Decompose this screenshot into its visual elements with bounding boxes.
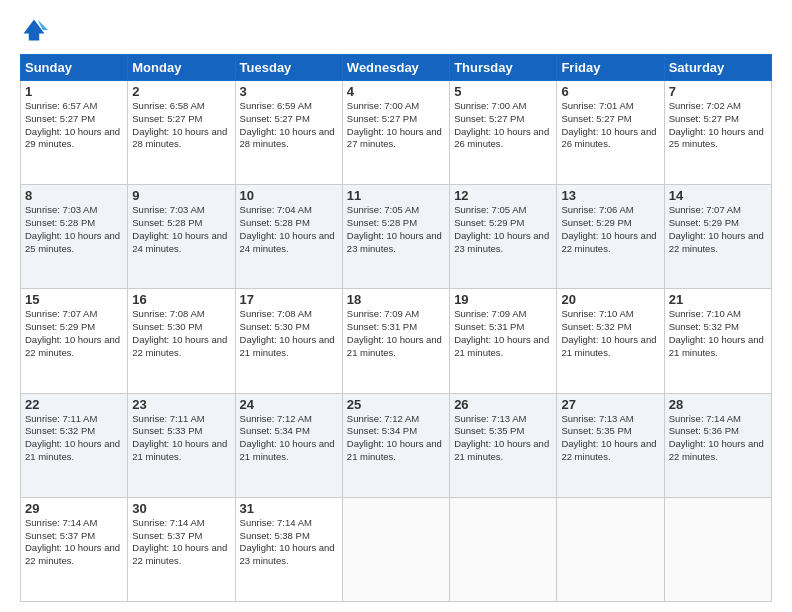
day-info: Sunrise: 7:10 AM Sunset: 5:32 PM Dayligh… bbox=[669, 308, 767, 359]
day-info: Sunrise: 7:06 AM Sunset: 5:29 PM Dayligh… bbox=[561, 204, 659, 255]
day-info: Sunrise: 7:09 AM Sunset: 5:31 PM Dayligh… bbox=[347, 308, 445, 359]
calendar-day-cell: 21 Sunrise: 7:10 AM Sunset: 5:32 PM Dayl… bbox=[664, 289, 771, 393]
calendar-day-cell: 3 Sunrise: 6:59 AM Sunset: 5:27 PM Dayli… bbox=[235, 81, 342, 185]
day-number: 31 bbox=[240, 501, 338, 516]
day-info: Sunrise: 7:13 AM Sunset: 5:35 PM Dayligh… bbox=[561, 413, 659, 464]
day-info: Sunrise: 7:09 AM Sunset: 5:31 PM Dayligh… bbox=[454, 308, 552, 359]
day-info: Sunrise: 6:59 AM Sunset: 5:27 PM Dayligh… bbox=[240, 100, 338, 151]
day-info: Sunrise: 7:00 AM Sunset: 5:27 PM Dayligh… bbox=[454, 100, 552, 151]
day-number: 27 bbox=[561, 397, 659, 412]
day-number: 17 bbox=[240, 292, 338, 307]
calendar-day-header: Friday bbox=[557, 55, 664, 81]
day-info: Sunrise: 7:07 AM Sunset: 5:29 PM Dayligh… bbox=[25, 308, 123, 359]
svg-marker-0 bbox=[24, 20, 45, 41]
calendar-day-cell: 5 Sunrise: 7:00 AM Sunset: 5:27 PM Dayli… bbox=[450, 81, 557, 185]
calendar-day-cell: 19 Sunrise: 7:09 AM Sunset: 5:31 PM Dayl… bbox=[450, 289, 557, 393]
day-info: Sunrise: 6:58 AM Sunset: 5:27 PM Dayligh… bbox=[132, 100, 230, 151]
calendar-day-cell: 15 Sunrise: 7:07 AM Sunset: 5:29 PM Dayl… bbox=[21, 289, 128, 393]
day-info: Sunrise: 7:14 AM Sunset: 5:36 PM Dayligh… bbox=[669, 413, 767, 464]
day-number: 11 bbox=[347, 188, 445, 203]
calendar-day-header: Sunday bbox=[21, 55, 128, 81]
calendar-day-cell: 14 Sunrise: 7:07 AM Sunset: 5:29 PM Dayl… bbox=[664, 185, 771, 289]
calendar-day-cell: 6 Sunrise: 7:01 AM Sunset: 5:27 PM Dayli… bbox=[557, 81, 664, 185]
day-number: 26 bbox=[454, 397, 552, 412]
day-number: 1 bbox=[25, 84, 123, 99]
calendar-week-row: 1 Sunrise: 6:57 AM Sunset: 5:27 PM Dayli… bbox=[21, 81, 772, 185]
header bbox=[20, 16, 772, 44]
calendar-day-cell: 26 Sunrise: 7:13 AM Sunset: 5:35 PM Dayl… bbox=[450, 393, 557, 497]
day-number: 8 bbox=[25, 188, 123, 203]
day-number: 10 bbox=[240, 188, 338, 203]
day-number: 13 bbox=[561, 188, 659, 203]
calendar-day-cell bbox=[450, 497, 557, 601]
day-info: Sunrise: 7:05 AM Sunset: 5:29 PM Dayligh… bbox=[454, 204, 552, 255]
day-info: Sunrise: 7:03 AM Sunset: 5:28 PM Dayligh… bbox=[132, 204, 230, 255]
day-number: 24 bbox=[240, 397, 338, 412]
day-number: 18 bbox=[347, 292, 445, 307]
calendar-week-row: 8 Sunrise: 7:03 AM Sunset: 5:28 PM Dayli… bbox=[21, 185, 772, 289]
logo-icon bbox=[20, 16, 48, 44]
day-number: 12 bbox=[454, 188, 552, 203]
day-number: 2 bbox=[132, 84, 230, 99]
calendar-day-cell: 22 Sunrise: 7:11 AM Sunset: 5:32 PM Dayl… bbox=[21, 393, 128, 497]
calendar-day-cell: 4 Sunrise: 7:00 AM Sunset: 5:27 PM Dayli… bbox=[342, 81, 449, 185]
day-info: Sunrise: 7:14 AM Sunset: 5:38 PM Dayligh… bbox=[240, 517, 338, 568]
day-number: 29 bbox=[25, 501, 123, 516]
day-number: 5 bbox=[454, 84, 552, 99]
calendar-day-cell: 11 Sunrise: 7:05 AM Sunset: 5:28 PM Dayl… bbox=[342, 185, 449, 289]
calendar-day-cell: 12 Sunrise: 7:05 AM Sunset: 5:29 PM Dayl… bbox=[450, 185, 557, 289]
calendar-day-cell: 24 Sunrise: 7:12 AM Sunset: 5:34 PM Dayl… bbox=[235, 393, 342, 497]
calendar-day-header: Tuesday bbox=[235, 55, 342, 81]
day-info: Sunrise: 7:13 AM Sunset: 5:35 PM Dayligh… bbox=[454, 413, 552, 464]
calendar-day-cell: 8 Sunrise: 7:03 AM Sunset: 5:28 PM Dayli… bbox=[21, 185, 128, 289]
day-number: 15 bbox=[25, 292, 123, 307]
day-info: Sunrise: 7:12 AM Sunset: 5:34 PM Dayligh… bbox=[347, 413, 445, 464]
day-number: 19 bbox=[454, 292, 552, 307]
day-info: Sunrise: 7:07 AM Sunset: 5:29 PM Dayligh… bbox=[669, 204, 767, 255]
calendar-day-cell: 9 Sunrise: 7:03 AM Sunset: 5:28 PM Dayli… bbox=[128, 185, 235, 289]
calendar-body: 1 Sunrise: 6:57 AM Sunset: 5:27 PM Dayli… bbox=[21, 81, 772, 602]
calendar-day-cell: 18 Sunrise: 7:09 AM Sunset: 5:31 PM Dayl… bbox=[342, 289, 449, 393]
day-number: 6 bbox=[561, 84, 659, 99]
day-info: Sunrise: 7:11 AM Sunset: 5:32 PM Dayligh… bbox=[25, 413, 123, 464]
calendar-day-header: Thursday bbox=[450, 55, 557, 81]
day-info: Sunrise: 7:10 AM Sunset: 5:32 PM Dayligh… bbox=[561, 308, 659, 359]
day-info: Sunrise: 7:08 AM Sunset: 5:30 PM Dayligh… bbox=[132, 308, 230, 359]
day-number: 3 bbox=[240, 84, 338, 99]
calendar-week-row: 15 Sunrise: 7:07 AM Sunset: 5:29 PM Dayl… bbox=[21, 289, 772, 393]
calendar-week-row: 29 Sunrise: 7:14 AM Sunset: 5:37 PM Dayl… bbox=[21, 497, 772, 601]
calendar-day-cell: 17 Sunrise: 7:08 AM Sunset: 5:30 PM Dayl… bbox=[235, 289, 342, 393]
calendar-header-row: SundayMondayTuesdayWednesdayThursdayFrid… bbox=[21, 55, 772, 81]
day-info: Sunrise: 7:11 AM Sunset: 5:33 PM Dayligh… bbox=[132, 413, 230, 464]
day-number: 20 bbox=[561, 292, 659, 307]
day-info: Sunrise: 7:14 AM Sunset: 5:37 PM Dayligh… bbox=[132, 517, 230, 568]
calendar-day-cell: 27 Sunrise: 7:13 AM Sunset: 5:35 PM Dayl… bbox=[557, 393, 664, 497]
calendar-day-cell: 1 Sunrise: 6:57 AM Sunset: 5:27 PM Dayli… bbox=[21, 81, 128, 185]
page: SundayMondayTuesdayWednesdayThursdayFrid… bbox=[0, 0, 792, 612]
day-info: Sunrise: 7:08 AM Sunset: 5:30 PM Dayligh… bbox=[240, 308, 338, 359]
day-info: Sunrise: 7:14 AM Sunset: 5:37 PM Dayligh… bbox=[25, 517, 123, 568]
day-number: 23 bbox=[132, 397, 230, 412]
calendar-day-cell: 2 Sunrise: 6:58 AM Sunset: 5:27 PM Dayli… bbox=[128, 81, 235, 185]
calendar-day-cell bbox=[342, 497, 449, 601]
day-info: Sunrise: 7:01 AM Sunset: 5:27 PM Dayligh… bbox=[561, 100, 659, 151]
day-number: 22 bbox=[25, 397, 123, 412]
day-number: 4 bbox=[347, 84, 445, 99]
day-number: 28 bbox=[669, 397, 767, 412]
day-info: Sunrise: 7:04 AM Sunset: 5:28 PM Dayligh… bbox=[240, 204, 338, 255]
calendar-day-cell: 31 Sunrise: 7:14 AM Sunset: 5:38 PM Dayl… bbox=[235, 497, 342, 601]
calendar-table: SundayMondayTuesdayWednesdayThursdayFrid… bbox=[20, 54, 772, 602]
calendar-day-cell bbox=[557, 497, 664, 601]
calendar-day-cell bbox=[664, 497, 771, 601]
calendar-day-cell: 13 Sunrise: 7:06 AM Sunset: 5:29 PM Dayl… bbox=[557, 185, 664, 289]
calendar-day-header: Saturday bbox=[664, 55, 771, 81]
calendar-day-cell: 29 Sunrise: 7:14 AM Sunset: 5:37 PM Dayl… bbox=[21, 497, 128, 601]
calendar-day-cell: 10 Sunrise: 7:04 AM Sunset: 5:28 PM Dayl… bbox=[235, 185, 342, 289]
calendar-day-cell: 7 Sunrise: 7:02 AM Sunset: 5:27 PM Dayli… bbox=[664, 81, 771, 185]
day-info: Sunrise: 7:05 AM Sunset: 5:28 PM Dayligh… bbox=[347, 204, 445, 255]
day-number: 25 bbox=[347, 397, 445, 412]
day-number: 16 bbox=[132, 292, 230, 307]
day-info: Sunrise: 6:57 AM Sunset: 5:27 PM Dayligh… bbox=[25, 100, 123, 151]
calendar-day-cell: 30 Sunrise: 7:14 AM Sunset: 5:37 PM Dayl… bbox=[128, 497, 235, 601]
day-info: Sunrise: 7:02 AM Sunset: 5:27 PM Dayligh… bbox=[669, 100, 767, 151]
